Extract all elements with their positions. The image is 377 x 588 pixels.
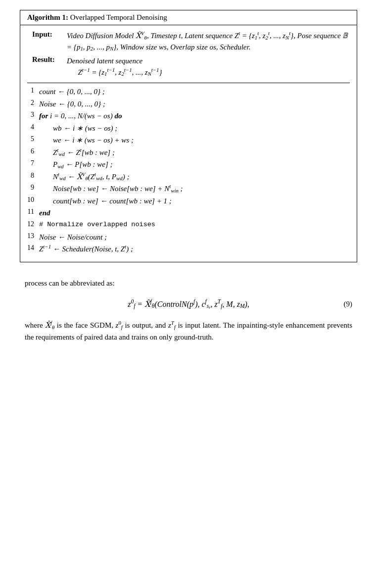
- algorithm-label: Algorithm 1:: [27, 13, 68, 21]
- line-num-10: 10: [27, 196, 39, 204]
- algo-line-7: 7 Pwd ← P[wb : we] ;: [27, 159, 350, 170]
- line-content-12: # Normalize overlapped noises: [39, 220, 350, 230]
- line-content-10: count[wb : we] ← count[wb : we] + 1 ;: [39, 196, 350, 207]
- line-num-9: 9: [27, 183, 39, 192]
- line-num-5: 5: [27, 135, 39, 143]
- algo-line-12: 12 # Normalize overlapped noises: [27, 220, 350, 231]
- algo-line-5: 5 we ← i ∗ (ws − os) + ws ;: [27, 135, 350, 146]
- algo-line-11: 11 end: [27, 207, 350, 219]
- input-label: Input:: [32, 30, 67, 39]
- line-num-14: 14: [27, 244, 39, 252]
- line-num-12: 12: [27, 220, 39, 228]
- equation-9-content: z0f = X̂fθ(ControlN(pf), cfsr, zTf, M, z…: [128, 298, 249, 311]
- line-content-5: we ← i ∗ (ws − os) + ws ;: [39, 135, 350, 146]
- prose-section: process can be abbreviated as: z0f = X̂f…: [20, 277, 357, 343]
- equation-block-9: z0f = X̂fθ(ControlN(pf), cfsr, zTf, M, z…: [25, 298, 352, 311]
- line-content-7: Pwd ← P[wb : we] ;: [39, 159, 350, 170]
- algo-line-4: 4 wb ← i ∗ (ws − os) ;: [27, 123, 350, 134]
- line-num-2: 2: [27, 98, 39, 107]
- line-num-1: 1: [27, 86, 39, 95]
- line-num-3: 3: [27, 110, 39, 119]
- line-content-8: Ntwd ← X̂Vθ(Ztwd, t, Pwd) ;: [39, 171, 350, 183]
- algorithm-title-bar: Algorithm 1: Overlapped Temporal Denoisi…: [20, 10, 357, 25]
- line-num-7: 7: [27, 159, 39, 167]
- input-block: Input: Video Diffusion Model X̂Vθ, Times…: [27, 30, 350, 52]
- line-num-4: 4: [27, 123, 39, 131]
- line-content-13: Noise ← Noise/count ;: [39, 232, 350, 243]
- input-content: Video Diffusion Model X̂Vθ, Timestep t, …: [67, 30, 350, 52]
- xhat-f: X̂fθ: [45, 321, 54, 329]
- line-num-13: 13: [27, 232, 39, 240]
- algorithm-body: Input: Video Diffusion Model X̂Vθ, Times…: [20, 25, 357, 262]
- line-content-1: count ← {0, 0, ..., 0} ;: [39, 86, 350, 98]
- algo-line-8: 8 Ntwd ← X̂Vθ(Ztwd, t, Pwd) ;: [27, 171, 350, 183]
- line-content-14: Zt−1 ← Scheduler(Noise, t, Zt) ;: [39, 244, 350, 255]
- algorithm-box: Algorithm 1: Overlapped Temporal Denoisi…: [20, 10, 357, 262]
- algo-line-14: 14 Zt−1 ← Scheduler(Noise, t, Zt) ;: [27, 244, 350, 255]
- line-content-11: end: [39, 207, 350, 219]
- line-content-3: for i = 0, ..., N/(ws − os) do: [39, 110, 350, 122]
- algo-line-3: 3 for i = 0, ..., N/(ws − os) do: [27, 110, 350, 122]
- algo-line-2: 2 Noise ← {0, 0, ..., 0} ;: [27, 98, 350, 110]
- algo-line-13: 13 Noise ← Noise/count ;: [27, 232, 350, 243]
- algo-line-10: 10 count[wb : we] ← count[wb : we] + 1 ;: [27, 196, 350, 207]
- algo-line-1: 1 count ← {0, 0, ..., 0} ;: [27, 86, 350, 98]
- line-num-6: 6: [27, 147, 39, 155]
- prose-paragraph-1: process can be abbreviated as:: [25, 277, 352, 289]
- line-num-11: 11: [27, 207, 39, 216]
- line-num-8: 8: [27, 171, 39, 180]
- algorithm-lines: 1 count ← {0, 0, ..., 0} ; 2 Noise ← {0,…: [27, 86, 350, 255]
- line-content-6: Ztwd ← Zt[wb : we] ;: [39, 147, 350, 158]
- algo-line-6: 6 Ztwd ← Zt[wb : we] ;: [27, 147, 350, 158]
- result-block: Result: Denoised latent sequence Zt−1 = …: [27, 55, 350, 78]
- result-content: Denoised latent sequence Zt−1 = {z1t−1, …: [67, 55, 350, 78]
- algorithm-title: Overlapped Temporal Denoising: [68, 13, 167, 21]
- algo-line-9: 9 Noise[wb : we] ← Noise[wb : we] + Ntwi…: [27, 183, 350, 195]
- prose-paragraph-2: where X̂fθ is the face SGDM, z0f is outp…: [25, 319, 352, 343]
- equation-number-9: (9): [344, 298, 353, 310]
- line-content-4: wb ← i ∗ (ws − os) ;: [39, 123, 350, 134]
- result-label: Result:: [32, 55, 67, 64]
- line-content-9: Noise[wb : we] ← Noise[wb : we] + Ntwin …: [39, 183, 350, 195]
- line-content-2: Noise ← {0, 0, ..., 0} ;: [39, 98, 350, 110]
